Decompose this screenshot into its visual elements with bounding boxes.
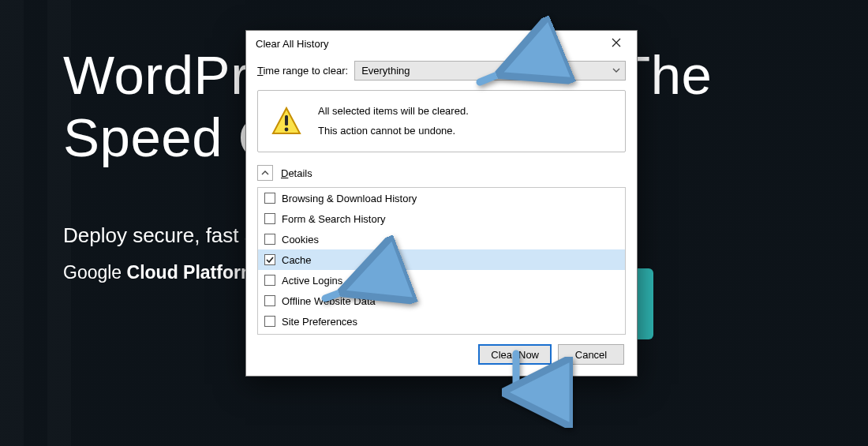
- close-button[interactable]: [600, 32, 632, 54]
- option-label: Form & Search History: [282, 213, 385, 225]
- checkbox[interactable]: [264, 234, 275, 245]
- clear-history-dialog: Clear All History Time range to clear: E…: [245, 30, 638, 377]
- option-label: Offline Website Data: [282, 295, 376, 307]
- details-header: Details: [257, 162, 626, 187]
- cta-button-edge[interactable]: [636, 268, 653, 339]
- warning-icon: [271, 106, 302, 137]
- close-icon: [612, 38, 621, 50]
- time-range-value: Everything: [361, 65, 410, 77]
- checkbox[interactable]: [264, 193, 275, 204]
- chevron-down-icon: [612, 65, 620, 77]
- option-site-preferences[interactable]: Site Preferences: [258, 311, 625, 332]
- details-label: Details: [281, 167, 312, 179]
- option-browsing-download-history[interactable]: Browsing & Download History: [258, 188, 625, 208]
- option-label: Browsing & Download History: [282, 193, 417, 204]
- checkbox[interactable]: [264, 275, 275, 286]
- checkbox[interactable]: [264, 316, 275, 327]
- svg-point-1: [285, 127, 289, 131]
- option-offline-website-data[interactable]: Offline Website Data: [258, 290, 625, 311]
- time-range-row: Time range to clear: Everything: [257, 61, 626, 81]
- chevron-up-icon: [261, 167, 269, 179]
- dialog-title: Clear All History: [256, 38, 600, 50]
- warning-line-1: All selected items will be cleared.: [318, 102, 469, 122]
- dialog-button-row: Clear Now Cancel: [257, 335, 626, 366]
- time-range-label: Time range to clear:: [257, 65, 348, 77]
- dialog-titlebar: Clear All History: [246, 31, 637, 56]
- option-cookies[interactable]: Cookies: [258, 229, 625, 249]
- warning-line-2: This action cannot be undone.: [318, 122, 469, 141]
- option-active-logins[interactable]: Active Logins: [258, 270, 625, 290]
- clear-now-button[interactable]: Clear Now: [478, 344, 552, 365]
- hero-platform-prefix: Google: [63, 262, 122, 283]
- option-label: Cookies: [282, 234, 319, 245]
- option-cache[interactable]: Cache: [258, 249, 625, 270]
- option-label: Active Logins: [282, 275, 342, 287]
- hero-platform-bold: Cloud Platform: [127, 262, 257, 283]
- svg-rect-0: [285, 115, 288, 126]
- option-label: Site Preferences: [282, 316, 357, 328]
- option-label: Cache: [282, 254, 312, 266]
- checkbox[interactable]: [264, 213, 275, 224]
- details-toggle[interactable]: [257, 165, 273, 181]
- time-range-select[interactable]: Everything: [354, 61, 626, 81]
- cancel-button[interactable]: Cancel: [558, 344, 624, 365]
- details-listbox[interactable]: Browsing & Download HistoryForm & Search…: [257, 187, 626, 335]
- option-form-search-history[interactable]: Form & Search History: [258, 208, 625, 229]
- checkbox[interactable]: [264, 254, 275, 265]
- checkbox[interactable]: [264, 295, 275, 306]
- warning-box: All selected items will be cleared. This…: [257, 90, 626, 152]
